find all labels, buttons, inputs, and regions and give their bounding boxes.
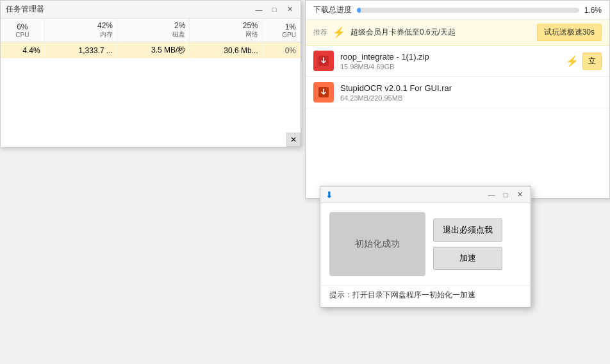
sd-title-icon: ⬇ — [326, 190, 333, 200]
download-item-2-icon — [313, 82, 334, 103]
dm-progress-label: 下载总进度 — [313, 4, 352, 15]
cpu-header: 6% CPU — [1, 19, 44, 42]
sd-exit-button[interactable]: 退出必须点我 — [433, 219, 502, 242]
download-item-2-size: 64.23MB/220.95MB — [340, 94, 602, 102]
titlebar-left: 任务管理器 — [6, 4, 44, 15]
sd-titlebar: ⬇ — □ ✕ — [320, 186, 531, 203]
sd-action-panel: 退出必须点我 加速 — [433, 212, 502, 276]
network-header: 25% 网络 — [190, 19, 262, 42]
minimize-button[interactable]: — — [253, 4, 265, 15]
download-item-1-action: ⚡ 立 — [566, 53, 602, 70]
gpu-value: 0% — [262, 42, 300, 59]
close-x-badge[interactable]: ✕ — [286, 133, 301, 147]
memory-value: 1,333.7 ... — [44, 42, 117, 59]
download-item-1: roop_integrate - 1(1).zip 15.98MB/4.69GB… — [306, 46, 609, 77]
dm-progress-area: 下载总进度 1.6% — [306, 1, 609, 20]
titlebar-buttons: — □ ✕ — [253, 4, 295, 15]
download-item-1-start-button[interactable]: 立 — [582, 53, 602, 70]
sd-hint-text: 提示：打开目录下网盘程序一初始化一加速 — [329, 290, 475, 299]
perf-data-row: 4.4% 1,333.7 ... 3.5 MB/秒 30.6 Mb... 0% — [1, 42, 301, 59]
sd-titlebar-buttons: — □ ✕ — [486, 189, 525, 201]
dm-progress-bar-outer — [357, 8, 579, 13]
dm-progress-bar-inner — [357, 8, 361, 13]
close-button[interactable]: ✕ — [284, 4, 295, 15]
maximize-button[interactable]: □ — [268, 4, 280, 15]
lightning-icon: ⚡ — [333, 26, 345, 38]
download-manager-window: 下载总进度 1.6% 推荐 ⚡ 超级会员月卡券低至0.6元/天起 试玩送极速30… — [305, 0, 610, 199]
recommend-text: 超级会员月卡券低至0.6元/天起 — [350, 27, 532, 38]
small-dialog: ⬇ — □ ✕ 初始化成功 退出必须点我 加速 提示：打开目录下网盘程序一初始化… — [320, 186, 531, 308]
download-item-1-name: roop_integrate - 1(1).zip — [340, 52, 559, 62]
gpu-header: 1% GPU — [262, 19, 300, 42]
memory-header: 42% 内存 — [44, 19, 117, 42]
download-item-1-info: roop_integrate - 1(1).zip 15.98MB/4.69GB — [340, 52, 559, 70]
download-item-2-info: StupidOCR v2.0.1 For GUI.rar 64.23MB/220… — [340, 83, 602, 102]
recommend-tag: 推荐 — [313, 28, 327, 37]
download-item-2-name: StupidOCR v2.0.1 For GUI.rar — [340, 83, 602, 93]
sd-minimize-button[interactable]: — — [486, 189, 497, 201]
disk-header: 2% 磁盘 — [117, 19, 189, 42]
sd-maximize-button[interactable]: □ — [500, 189, 511, 201]
dm-recommend-banner: 推荐 ⚡ 超级会员月卡券低至0.6元/天起 试玩送极速30s — [306, 20, 609, 46]
download-item-1-icon — [313, 51, 334, 71]
task-manager-title: 任务管理器 — [6, 4, 44, 15]
disk-value: 3.5 MB/秒 — [117, 42, 189, 59]
sd-body: 初始化成功 退出必须点我 加速 — [320, 203, 531, 285]
task-manager-window: 任务管理器 — □ ✕ 6% CPU 42% 内存 2% 磁盘 — [0, 0, 301, 147]
perf-header-row: 6% CPU 42% 内存 2% 磁盘 25% 网络 1% GPU — [1, 19, 301, 42]
sd-init-success-text: 初始化成功 — [355, 238, 400, 250]
sd-footer: 提示：打开目录下网盘程序一初始化一加速 — [320, 285, 531, 307]
action-lightning-icon: ⚡ — [566, 55, 579, 67]
sd-accelerate-button[interactable]: 加速 — [433, 247, 502, 270]
dm-progress-pct: 1.6% — [584, 6, 602, 15]
sd-center-panel: 初始化成功 — [329, 212, 425, 276]
cpu-value: 4.4% — [1, 42, 44, 59]
performance-table: 6% CPU 42% 内存 2% 磁盘 25% 网络 1% GPU — [1, 19, 301, 58]
task-manager-titlebar: 任务管理器 — □ ✕ — [1, 1, 301, 19]
sd-close-button[interactable]: ✕ — [514, 189, 525, 201]
download-item-2: StupidOCR v2.0.1 For GUI.rar 64.23MB/220… — [306, 77, 609, 108]
download-item-1-size: 15.98MB/4.69GB — [340, 63, 559, 70]
recommend-button[interactable]: 试玩送极速30s — [537, 24, 602, 41]
network-value: 30.6 Mb... — [190, 42, 262, 59]
